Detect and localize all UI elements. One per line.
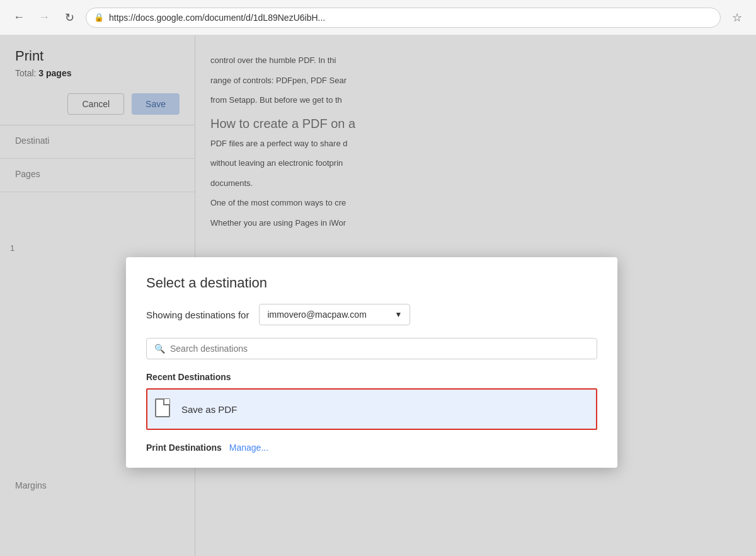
dialog-title: Select a destination — [146, 275, 597, 291]
reload-button[interactable]: ↻ — [60, 9, 78, 26]
destination-dialog: Select a destination Showing destination… — [126, 257, 617, 468]
search-input[interactable] — [170, 344, 589, 354]
print-destinations-label: Print Destinations — [146, 443, 222, 453]
bookmark-button[interactable]: ☆ — [728, 9, 746, 26]
search-box[interactable]: 🔍 — [146, 338, 597, 359]
pdf-icon — [155, 398, 173, 420]
save-as-pdf-item[interactable]: Save as PDF — [146, 388, 597, 430]
account-email: immovero@macpaw.com — [267, 310, 389, 320]
manage-link[interactable]: Manage... — [229, 443, 268, 453]
lock-icon: 🔒 — [94, 13, 104, 22]
search-icon: 🔍 — [154, 344, 165, 354]
dropdown-arrow-icon: ▼ — [395, 310, 403, 319]
main-area: Print Total: 3 pages Cancel Save Destina… — [0, 35, 756, 556]
browser-toolbar: ← → ↻ 🔒 https://docs.google.com/document… — [0, 0, 756, 35]
showing-row: Showing destinations for immovero@macpaw… — [146, 304, 597, 325]
pdf-icon-shape — [155, 398, 170, 417]
address-bar[interactable]: 🔒 https://docs.google.com/document/d/1dL… — [86, 8, 721, 28]
print-destinations-row: Print Destinations Manage... — [146, 443, 597, 453]
account-dropdown[interactable]: immovero@macpaw.com ▼ — [259, 304, 410, 325]
back-button[interactable]: ← — [10, 9, 28, 26]
url-text: https://docs.google.com/document/d/1dL89… — [109, 13, 713, 23]
save-as-pdf-label: Save as PDF — [181, 404, 237, 415]
recent-destinations-header: Recent Destinations — [146, 372, 597, 382]
showing-label: Showing destinations for — [146, 310, 249, 320]
forward-button[interactable]: → — [35, 9, 53, 26]
